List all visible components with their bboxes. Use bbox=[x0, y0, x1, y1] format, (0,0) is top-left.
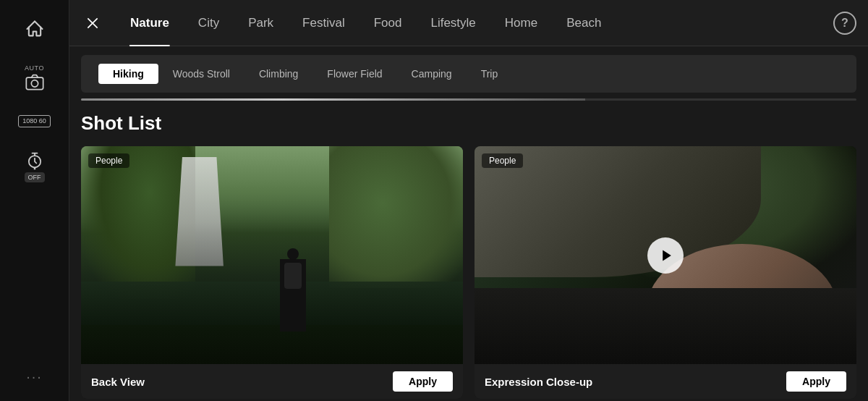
shot-list-title: Shot List bbox=[81, 112, 856, 135]
resolution-badge: 1080 60 bbox=[18, 115, 51, 127]
play-button[interactable] bbox=[647, 237, 684, 274]
sidebar-item-camera[interactable]: AUTO bbox=[25, 62, 45, 92]
main-content: Nature City Park Festival Food Lifestyle… bbox=[69, 0, 868, 401]
shot-card-expression: People Expression Close-up Apply bbox=[475, 146, 856, 399]
water-pool bbox=[81, 282, 463, 325]
sidebar-item-timer[interactable]: OFF bbox=[25, 151, 45, 182]
sidebar-item-resolution[interactable]: 1080 60 bbox=[18, 115, 51, 127]
top-navigation: Nature City Park Festival Food Lifestyle… bbox=[69, 0, 868, 46]
back-view-tag: People bbox=[88, 153, 129, 168]
svg-rect-0 bbox=[26, 77, 43, 89]
tab-nature[interactable]: Nature bbox=[116, 0, 184, 46]
resolution-label: 1080 60 bbox=[22, 117, 46, 125]
subtab-camping[interactable]: Camping bbox=[397, 64, 467, 84]
help-button[interactable]: ? bbox=[833, 12, 856, 35]
tab-beach[interactable]: Beach bbox=[552, 0, 616, 46]
person-head bbox=[287, 248, 299, 260]
svg-marker-6 bbox=[663, 250, 671, 261]
backpack bbox=[284, 263, 302, 289]
back-view-footer: Back View Apply bbox=[81, 364, 463, 399]
sidebar-more[interactable]: ... bbox=[26, 366, 43, 382]
close-button[interactable] bbox=[81, 12, 104, 35]
subtab-woods-stroll[interactable]: Woods Stroll bbox=[158, 64, 244, 84]
subtab-trip[interactable]: Trip bbox=[467, 64, 513, 84]
tab-food[interactable]: Food bbox=[359, 0, 417, 46]
tab-home[interactable]: Home bbox=[490, 0, 552, 46]
category-tabs: Nature City Park Festival Food Lifestyle… bbox=[116, 0, 833, 46]
tab-park[interactable]: Park bbox=[234, 0, 288, 46]
shot-card-back-view: People Back View Apply bbox=[81, 146, 463, 399]
back-view-apply-button[interactable]: Apply bbox=[393, 371, 453, 392]
camera-icon bbox=[25, 72, 45, 92]
timer-label: OFF bbox=[25, 172, 45, 182]
home-icon bbox=[25, 19, 45, 39]
hiking-background bbox=[81, 146, 463, 364]
tab-city[interactable]: City bbox=[184, 0, 234, 46]
expression-title: Expression Close-up bbox=[485, 376, 592, 388]
person-body bbox=[280, 259, 306, 332]
svg-point-3 bbox=[34, 168, 35, 169]
content-area: Shot List bbox=[69, 101, 868, 401]
timer-icon bbox=[25, 151, 45, 171]
shot-cards-container: People Back View Apply bbox=[81, 146, 856, 399]
shot-card-expression-image: People bbox=[475, 146, 856, 364]
foliage-right bbox=[329, 146, 463, 288]
sub-navigation: Hiking Woods Stroll Climbing Flower Fiel… bbox=[81, 55, 856, 93]
close-icon bbox=[85, 16, 100, 30]
tab-festival[interactable]: Festival bbox=[288, 0, 359, 46]
subtab-flower-field[interactable]: Flower Field bbox=[312, 64, 396, 84]
shot-card-back-view-image: People bbox=[81, 146, 463, 364]
jacket bbox=[475, 288, 856, 364]
back-view-title: Back View bbox=[91, 376, 145, 388]
expression-apply-button[interactable]: Apply bbox=[786, 371, 846, 392]
sidebar-item-home[interactable] bbox=[25, 19, 45, 39]
auto-label: AUTO bbox=[25, 64, 44, 72]
subtab-climbing[interactable]: Climbing bbox=[244, 64, 312, 84]
expression-footer: Expression Close-up Apply bbox=[475, 364, 856, 399]
sidebar: AUTO 1080 60 OFF ... bbox=[0, 0, 69, 401]
subtab-hiking[interactable]: Hiking bbox=[98, 64, 158, 84]
tab-lifestyle[interactable]: Lifestyle bbox=[416, 0, 490, 46]
svg-point-1 bbox=[31, 80, 38, 87]
expression-tag: People bbox=[482, 153, 523, 168]
play-icon bbox=[660, 248, 674, 263]
